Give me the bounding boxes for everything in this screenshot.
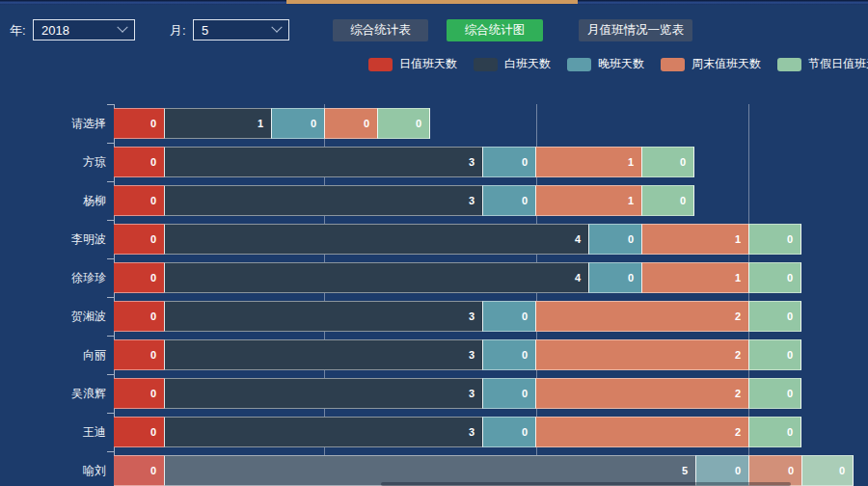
bar-segment-holiday-duty[interactable]: 0 <box>748 339 801 370</box>
bar-segment-weekend-duty[interactable]: 2 <box>535 417 748 447</box>
bar-segment-night-shift[interactable]: 0 <box>482 339 535 370</box>
segment-value: 0 <box>628 263 634 292</box>
bottom-shade <box>381 482 791 486</box>
y-axis-tick <box>107 258 114 259</box>
segment-value: 0 <box>787 340 793 369</box>
bar-segment-night-shift[interactable]: 0 <box>271 108 324 139</box>
bar-segment-day-shift[interactable]: 4 <box>164 262 588 293</box>
category-label: 向丽 <box>0 339 106 370</box>
bar-segment-day-shift[interactable]: 1 <box>164 108 271 139</box>
bar-segment-holiday-duty[interactable]: 0 <box>377 108 430 139</box>
bar-row: 李明波04010 <box>0 224 868 255</box>
segment-value: 2 <box>735 302 741 331</box>
category-label: 贺湘波 <box>0 301 106 332</box>
bar-segment-night-shift[interactable]: 0 <box>482 147 535 177</box>
bar-segment-holiday-duty[interactable]: 0 <box>641 147 694 177</box>
bar-segment-day-duty[interactable]: 0 <box>114 378 164 409</box>
bar-segment-day-shift[interactable]: 3 <box>164 301 482 332</box>
bar-segment-weekend-duty[interactable]: 1 <box>535 185 641 216</box>
bar-segment-day-duty[interactable]: 0 <box>114 301 164 332</box>
segment-value: 3 <box>469 418 475 446</box>
segment-value: 0 <box>522 148 528 176</box>
bar-row: 徐珍珍04010 <box>0 262 868 293</box>
bar-segment-day-shift[interactable]: 4 <box>164 224 588 255</box>
bar-segment-night-shift[interactable]: 0 <box>588 262 641 293</box>
segment-value: 3 <box>469 302 475 331</box>
stacked-bar: 03020 <box>114 339 801 370</box>
bar-segment-day-shift[interactable]: 3 <box>164 378 482 409</box>
segment-value: 1 <box>628 148 634 176</box>
bar-segment-weekend-duty[interactable]: 0 <box>324 108 377 139</box>
segment-value: 3 <box>469 379 475 408</box>
bar-segment-holiday-duty[interactable]: 0 <box>801 455 854 486</box>
segment-value: 3 <box>469 340 475 369</box>
bar-segment-holiday-duty[interactable]: 0 <box>748 262 801 293</box>
category-label: 李明波 <box>0 224 106 255</box>
bar-row: 贺湘波03020 <box>0 301 868 332</box>
segment-value: 2 <box>735 379 741 408</box>
bar-segment-day-duty[interactable]: 0 <box>114 455 164 486</box>
segment-value: 0 <box>150 302 156 331</box>
bar-segment-day-shift[interactable]: 3 <box>164 339 482 370</box>
stacked-bar: 03010 <box>114 185 694 216</box>
y-axis-tick <box>107 413 114 414</box>
segment-value: 0 <box>150 109 156 138</box>
bar-segment-weekend-duty[interactable]: 1 <box>641 262 748 293</box>
stacked-bar: 04010 <box>114 262 801 293</box>
category-label: 请选择 <box>0 108 106 139</box>
bar-segment-weekend-duty[interactable]: 1 <box>641 224 748 255</box>
segment-value: 0 <box>150 340 156 369</box>
bar-segment-night-shift[interactable]: 0 <box>482 185 535 216</box>
bar-segment-day-duty[interactable]: 0 <box>114 185 164 216</box>
bar-segment-day-duty[interactable]: 0 <box>114 417 164 447</box>
category-label: 吴浪辉 <box>0 378 106 409</box>
bar-segment-holiday-duty[interactable]: 0 <box>748 301 801 332</box>
bar-segment-day-shift[interactable]: 3 <box>164 185 482 216</box>
bar-segment-day-duty[interactable]: 0 <box>114 339 164 370</box>
segment-value: 0 <box>522 340 528 369</box>
segment-value: 3 <box>469 148 475 176</box>
bar-segment-holiday-duty[interactable]: 0 <box>748 224 801 255</box>
y-axis-tick <box>107 220 114 221</box>
segment-value: 0 <box>680 148 686 176</box>
category-label: 杨柳 <box>0 185 106 216</box>
bar-segment-holiday-duty[interactable]: 0 <box>748 417 801 447</box>
bar-segment-holiday-duty[interactable]: 0 <box>641 185 694 216</box>
bar-segment-day-shift[interactable]: 3 <box>164 417 482 447</box>
category-label: 喻刘 <box>0 455 106 486</box>
bar-segment-weekend-duty[interactable]: 2 <box>535 301 748 332</box>
segment-value: 0 <box>522 302 528 331</box>
duty-stacked-bar-chart: 请选择01000方琼03010杨柳03010李明波04010徐珍珍04010贺湘… <box>0 0 868 486</box>
segment-value: 0 <box>839 456 845 485</box>
bar-segment-day-duty[interactable]: 0 <box>114 224 164 255</box>
bar-segment-weekend-duty[interactable]: 2 <box>535 339 748 370</box>
bar-segment-night-shift[interactable]: 0 <box>482 378 535 409</box>
segment-value: 0 <box>788 456 794 485</box>
bar-segment-night-shift[interactable]: 0 <box>482 417 535 447</box>
category-label: 方琼 <box>0 147 106 177</box>
segment-value: 0 <box>416 109 421 138</box>
bar-segment-day-duty[interactable]: 0 <box>114 108 164 139</box>
bar-segment-night-shift[interactable]: 0 <box>482 301 535 332</box>
bar-segment-day-shift[interactable]: 3 <box>164 147 482 177</box>
stacked-bar: 03020 <box>114 417 801 447</box>
y-axis-tick <box>107 451 114 452</box>
segment-value: 4 <box>575 263 581 292</box>
bar-segment-holiday-duty[interactable]: 0 <box>748 378 801 409</box>
stacked-bar: 03010 <box>114 147 694 177</box>
segment-value: 0 <box>787 418 793 446</box>
bar-segment-night-shift[interactable]: 0 <box>588 224 641 255</box>
bar-segment-day-duty[interactable]: 0 <box>114 147 164 177</box>
segment-value: 0 <box>628 225 634 254</box>
segment-value: 0 <box>522 186 528 215</box>
segment-value: 3 <box>469 186 475 215</box>
bar-segment-weekend-duty[interactable]: 1 <box>535 147 641 177</box>
segment-value: 0 <box>150 379 156 408</box>
bar-segment-day-duty[interactable]: 0 <box>114 262 164 293</box>
y-axis-tick <box>107 297 114 298</box>
segment-value: 1 <box>258 109 263 138</box>
bar-row: 方琼03010 <box>0 147 868 177</box>
bar-segment-weekend-duty[interactable]: 2 <box>535 378 748 409</box>
segment-value: 0 <box>787 379 793 408</box>
bar-row: 吴浪辉03020 <box>0 378 868 409</box>
